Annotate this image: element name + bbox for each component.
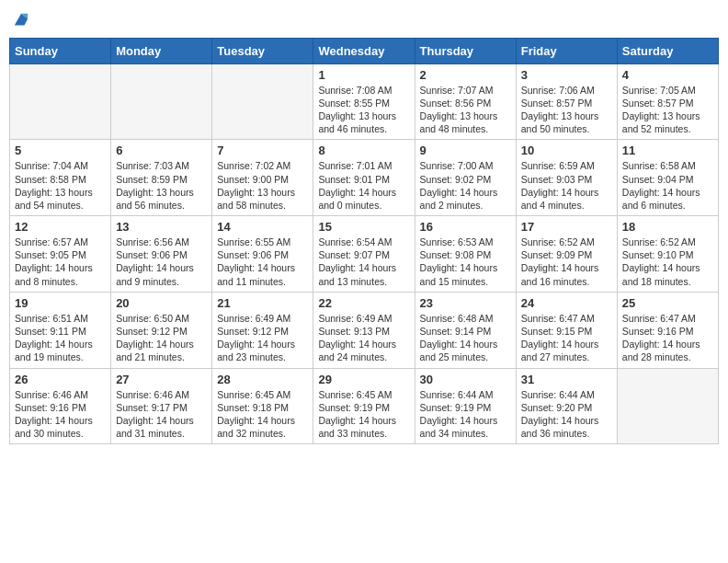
day-number: 1 bbox=[318, 68, 409, 82]
calendar-cell: 20Sunrise: 6:50 AM Sunset: 9:12 PM Dayli… bbox=[111, 292, 212, 368]
day-number: 30 bbox=[420, 373, 511, 386]
day-header-tuesday: Tuesday bbox=[212, 38, 313, 63]
day-number: 26 bbox=[15, 373, 106, 386]
cell-content: Sunrise: 6:47 AM Sunset: 9:15 PM Dayligh… bbox=[521, 312, 612, 364]
cell-content: Sunrise: 6:46 AM Sunset: 9:17 PM Dayligh… bbox=[116, 388, 207, 441]
calendar-cell: 9Sunrise: 7:00 AM Sunset: 9:02 PM Daylig… bbox=[415, 140, 516, 216]
cell-content: Sunrise: 6:44 AM Sunset: 9:19 PM Dayligh… bbox=[420, 388, 511, 441]
day-number: 18 bbox=[622, 220, 713, 234]
calendar-cell: 8Sunrise: 7:01 AM Sunset: 9:01 PM Daylig… bbox=[313, 140, 415, 216]
calendar-cell: 23Sunrise: 6:48 AM Sunset: 9:14 PM Dayli… bbox=[415, 292, 516, 368]
day-number: 7 bbox=[217, 144, 308, 157]
calendar-cell: 26Sunrise: 6:46 AM Sunset: 9:16 PM Dayli… bbox=[10, 368, 111, 444]
calendar-cell: 6Sunrise: 7:03 AM Sunset: 8:59 PM Daylig… bbox=[111, 140, 212, 216]
cell-content: Sunrise: 6:54 AM Sunset: 9:07 PM Dayligh… bbox=[318, 236, 409, 288]
day-header-wednesday: Wednesday bbox=[313, 38, 415, 63]
day-number: 20 bbox=[116, 296, 207, 310]
day-header-monday: Monday bbox=[111, 38, 212, 63]
page-header bbox=[9, 9, 719, 32]
calendar-cell: 3Sunrise: 7:06 AM Sunset: 8:57 PM Daylig… bbox=[516, 63, 617, 140]
cell-content: Sunrise: 7:03 AM Sunset: 8:59 PM Dayligh… bbox=[116, 159, 207, 212]
day-number: 15 bbox=[318, 220, 409, 234]
calendar-cell: 29Sunrise: 6:45 AM Sunset: 9:19 PM Dayli… bbox=[313, 368, 415, 444]
week-row-1: 1Sunrise: 7:08 AM Sunset: 8:55 PM Daylig… bbox=[10, 63, 719, 140]
calendar-cell: 5Sunrise: 7:04 AM Sunset: 8:58 PM Daylig… bbox=[10, 140, 111, 216]
calendar-cell bbox=[111, 63, 212, 140]
calendar-cell: 22Sunrise: 6:49 AM Sunset: 9:13 PM Dayli… bbox=[313, 292, 415, 368]
day-number: 9 bbox=[420, 144, 511, 157]
cell-content: Sunrise: 6:52 AM Sunset: 9:09 PM Dayligh… bbox=[521, 236, 612, 288]
calendar-cell: 17Sunrise: 6:52 AM Sunset: 9:09 PM Dayli… bbox=[516, 216, 617, 293]
calendar-cell: 24Sunrise: 6:47 AM Sunset: 9:15 PM Dayli… bbox=[516, 292, 617, 368]
day-number: 11 bbox=[622, 144, 713, 157]
day-number: 10 bbox=[521, 144, 612, 157]
day-number: 8 bbox=[318, 144, 409, 157]
cell-content: Sunrise: 6:44 AM Sunset: 9:20 PM Dayligh… bbox=[521, 388, 612, 441]
cell-content: Sunrise: 6:56 AM Sunset: 9:06 PM Dayligh… bbox=[116, 236, 207, 288]
calendar-cell: 12Sunrise: 6:57 AM Sunset: 9:05 PM Dayli… bbox=[10, 216, 111, 293]
calendar-cell: 28Sunrise: 6:45 AM Sunset: 9:18 PM Dayli… bbox=[212, 368, 313, 444]
day-header-thursday: Thursday bbox=[415, 38, 516, 63]
cell-content: Sunrise: 7:06 AM Sunset: 8:57 PM Dayligh… bbox=[521, 84, 612, 136]
day-number: 16 bbox=[420, 220, 511, 234]
cell-content: Sunrise: 6:45 AM Sunset: 9:19 PM Dayligh… bbox=[318, 388, 409, 441]
day-number: 3 bbox=[521, 68, 612, 82]
cell-content: Sunrise: 6:46 AM Sunset: 9:16 PM Dayligh… bbox=[15, 388, 106, 441]
cell-content: Sunrise: 7:02 AM Sunset: 9:00 PM Dayligh… bbox=[217, 159, 308, 212]
day-number: 31 bbox=[521, 373, 612, 386]
calendar-cell: 30Sunrise: 6:44 AM Sunset: 9:19 PM Dayli… bbox=[415, 368, 516, 444]
day-header-friday: Friday bbox=[516, 38, 617, 63]
day-number: 28 bbox=[217, 373, 308, 386]
day-number: 17 bbox=[521, 220, 612, 234]
cell-content: Sunrise: 6:58 AM Sunset: 9:04 PM Dayligh… bbox=[622, 159, 713, 212]
day-number: 6 bbox=[116, 144, 207, 157]
cell-content: Sunrise: 7:00 AM Sunset: 9:02 PM Dayligh… bbox=[420, 159, 511, 212]
calendar-cell: 13Sunrise: 6:56 AM Sunset: 9:06 PM Dayli… bbox=[111, 216, 212, 293]
cell-content: Sunrise: 7:01 AM Sunset: 9:01 PM Dayligh… bbox=[318, 159, 409, 212]
calendar-cell: 11Sunrise: 6:58 AM Sunset: 9:04 PM Dayli… bbox=[617, 140, 718, 216]
day-number: 23 bbox=[420, 296, 511, 310]
calendar-cell: 27Sunrise: 6:46 AM Sunset: 9:17 PM Dayli… bbox=[111, 368, 212, 444]
day-number: 5 bbox=[15, 144, 106, 157]
calendar-cell: 25Sunrise: 6:47 AM Sunset: 9:16 PM Dayli… bbox=[617, 292, 718, 368]
day-header-saturday: Saturday bbox=[617, 38, 718, 63]
calendar-cell: 31Sunrise: 6:44 AM Sunset: 9:20 PM Dayli… bbox=[516, 368, 617, 444]
day-number: 12 bbox=[15, 220, 106, 234]
day-number: 2 bbox=[420, 68, 511, 82]
calendar-table: SundayMondayTuesdayWednesdayThursdayFrid… bbox=[9, 38, 719, 444]
cell-content: Sunrise: 7:05 AM Sunset: 8:57 PM Dayligh… bbox=[622, 84, 713, 136]
day-number: 22 bbox=[318, 296, 409, 310]
day-header-sunday: Sunday bbox=[10, 38, 111, 63]
calendar-cell bbox=[617, 368, 718, 444]
day-number: 24 bbox=[521, 296, 612, 310]
calendar-cell: 7Sunrise: 7:02 AM Sunset: 9:00 PM Daylig… bbox=[212, 140, 313, 216]
cell-content: Sunrise: 7:08 AM Sunset: 8:55 PM Dayligh… bbox=[318, 84, 409, 136]
week-row-4: 19Sunrise: 6:51 AM Sunset: 9:11 PM Dayli… bbox=[10, 292, 719, 368]
cell-content: Sunrise: 7:07 AM Sunset: 8:56 PM Dayligh… bbox=[420, 84, 511, 136]
day-number: 29 bbox=[318, 373, 409, 386]
calendar-cell: 10Sunrise: 6:59 AM Sunset: 9:03 PM Dayli… bbox=[516, 140, 617, 216]
calendar-cell: 15Sunrise: 6:54 AM Sunset: 9:07 PM Dayli… bbox=[313, 216, 415, 293]
week-row-3: 12Sunrise: 6:57 AM Sunset: 9:05 PM Dayli… bbox=[10, 216, 719, 293]
calendar-cell: 19Sunrise: 6:51 AM Sunset: 9:11 PM Dayli… bbox=[10, 292, 111, 368]
calendar-cell bbox=[212, 63, 313, 140]
week-row-5: 26Sunrise: 6:46 AM Sunset: 9:16 PM Dayli… bbox=[10, 368, 719, 444]
cell-content: Sunrise: 6:57 AM Sunset: 9:05 PM Dayligh… bbox=[15, 236, 106, 288]
day-number: 14 bbox=[217, 220, 308, 234]
cell-content: Sunrise: 7:04 AM Sunset: 8:58 PM Dayligh… bbox=[15, 159, 106, 212]
cell-content: Sunrise: 6:49 AM Sunset: 9:13 PM Dayligh… bbox=[318, 312, 409, 364]
day-number: 4 bbox=[622, 68, 713, 82]
calendar-cell bbox=[10, 63, 111, 140]
cell-content: Sunrise: 6:52 AM Sunset: 9:10 PM Dayligh… bbox=[622, 236, 713, 288]
day-number: 25 bbox=[622, 296, 713, 310]
calendar-cell: 1Sunrise: 7:08 AM Sunset: 8:55 PM Daylig… bbox=[313, 63, 415, 140]
calendar-cell: 2Sunrise: 7:07 AM Sunset: 8:56 PM Daylig… bbox=[415, 63, 516, 140]
calendar-cell: 21Sunrise: 6:49 AM Sunset: 9:12 PM Dayli… bbox=[212, 292, 313, 368]
cell-content: Sunrise: 6:59 AM Sunset: 9:03 PM Dayligh… bbox=[521, 159, 612, 212]
day-number: 27 bbox=[116, 373, 207, 386]
cell-content: Sunrise: 6:50 AM Sunset: 9:12 PM Dayligh… bbox=[116, 312, 207, 364]
cell-content: Sunrise: 6:55 AM Sunset: 9:06 PM Dayligh… bbox=[217, 236, 308, 288]
logo bbox=[13, 9, 29, 32]
cell-content: Sunrise: 6:53 AM Sunset: 9:08 PM Dayligh… bbox=[420, 236, 511, 288]
calendar-cell: 18Sunrise: 6:52 AM Sunset: 9:10 PM Dayli… bbox=[617, 216, 718, 293]
